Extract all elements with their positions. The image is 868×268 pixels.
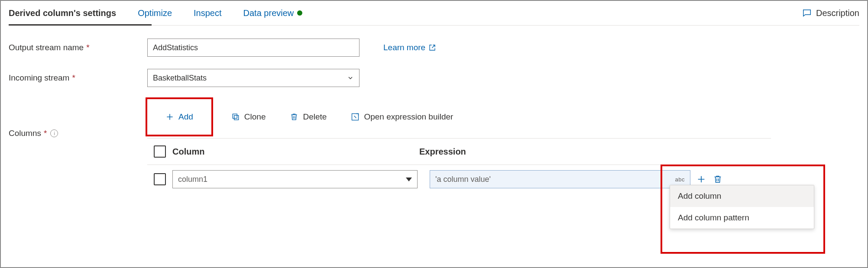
- description-label: Description: [816, 8, 859, 18]
- delete-button[interactable]: Delete: [284, 109, 333, 125]
- add-button[interactable]: Add: [159, 109, 199, 125]
- preview-ready-dot-icon: [297, 10, 302, 16]
- menu-item-add-column[interactable]: Add column: [670, 185, 814, 207]
- incoming-stream-value: BasketballStats: [153, 74, 207, 83]
- svg-rect-0: [234, 116, 238, 120]
- type-badge: abc: [675, 176, 685, 183]
- tab-optimize[interactable]: Optimize: [138, 1, 181, 25]
- column-header-expression: Expression: [419, 147, 771, 157]
- add-context-menu: Add column Add column pattern: [670, 185, 814, 229]
- incoming-stream-label: Incoming stream *: [9, 73, 147, 83]
- columns-table-header: Column Expression: [147, 139, 771, 165]
- trash-icon: [713, 174, 722, 184]
- columns-label: Columns * i: [9, 129, 147, 138]
- output-stream-input[interactable]: AddStatistics: [147, 39, 360, 57]
- open-expression-builder-button[interactable]: Open expression builder: [345, 109, 459, 125]
- incoming-stream-select[interactable]: BasketballStats: [147, 69, 360, 87]
- learn-more-link[interactable]: Learn more: [383, 43, 436, 52]
- required-asterisk: *: [44, 129, 47, 138]
- clone-button[interactable]: Clone: [225, 109, 272, 125]
- tab-data-preview[interactable]: Data preview: [243, 1, 311, 25]
- comment-icon: [802, 8, 812, 18]
- trash-icon: [290, 113, 298, 121]
- required-asterisk: *: [86, 43, 89, 52]
- plus-icon: [696, 174, 706, 184]
- active-tab-underline: [9, 24, 152, 26]
- open-builder-icon: [351, 113, 360, 121]
- column-name-placeholder: column1: [178, 175, 207, 184]
- required-asterisk: *: [72, 73, 75, 83]
- output-stream-value: AddStatistics: [153, 43, 198, 52]
- add-button-highlight: Add: [146, 97, 213, 136]
- description-button[interactable]: Description: [802, 8, 859, 18]
- output-stream-label: Output stream name *: [9, 43, 147, 52]
- chevron-down-icon: [347, 74, 354, 81]
- expression-placeholder: 'a column value': [435, 175, 491, 184]
- table-row: column1 'a column value' abc: [147, 165, 771, 188]
- tab-data-preview-label: Data preview: [243, 8, 294, 18]
- plus-icon: [165, 113, 174, 121]
- external-link-icon: [429, 44, 436, 51]
- columns-toolbar: Add Clone Delete: [147, 97, 771, 139]
- caret-down-icon: [406, 178, 412, 181]
- column-name-input[interactable]: column1: [172, 170, 418, 188]
- menu-item-add-column-pattern[interactable]: Add column pattern: [670, 207, 814, 229]
- select-all-checkbox[interactable]: [154, 145, 166, 158]
- row-delete-button[interactable]: [713, 174, 722, 184]
- tab-inspect[interactable]: Inspect: [194, 1, 230, 25]
- tab-bar: Derived column's settings Optimize Inspe…: [9, 1, 859, 26]
- tab-settings[interactable]: Derived column's settings: [9, 1, 125, 25]
- svg-rect-1: [233, 114, 237, 118]
- row-checkbox[interactable]: [154, 173, 166, 185]
- row-add-button[interactable]: [696, 174, 706, 184]
- copy-icon: [231, 113, 240, 121]
- column-header-name: Column: [172, 147, 419, 157]
- info-icon[interactable]: i: [50, 129, 58, 137]
- expression-input[interactable]: 'a column value' abc: [430, 170, 690, 188]
